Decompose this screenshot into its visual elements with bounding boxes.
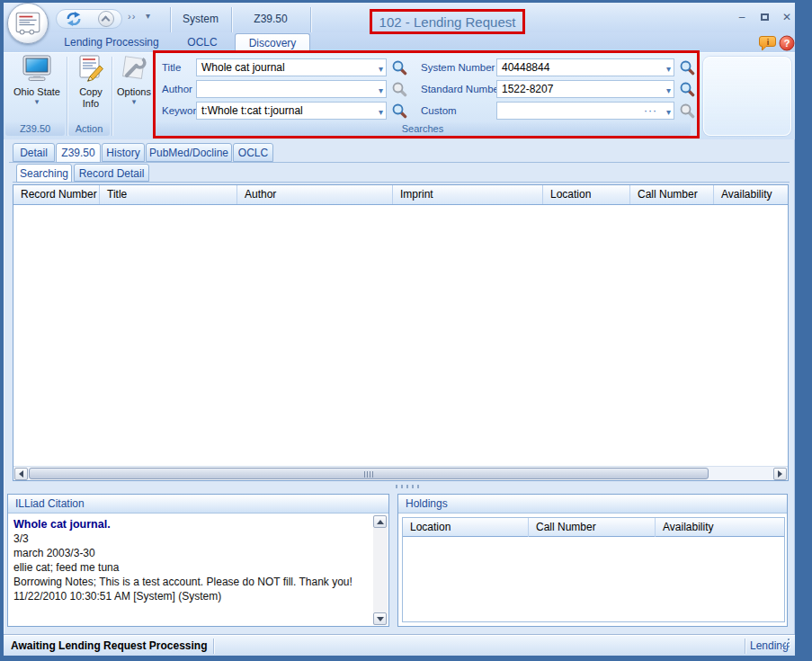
copy-info-button[interactable]: Copy Info xyxy=(70,55,112,110)
chevron-down-icon[interactable]: ▾ xyxy=(379,61,383,76)
application-menu-button[interactable] xyxy=(7,3,49,44)
scroll-down-button[interactable] xyxy=(373,612,387,625)
horizontal-scrollbar[interactable] xyxy=(13,466,788,480)
title-field-label: Title xyxy=(162,58,181,76)
toolbar-dropdown-caret-icon[interactable]: ▾ xyxy=(146,11,150,21)
holdings-panel: Holdings Location Call Number Availabili… xyxy=(397,494,788,627)
tab-pubmed-docline[interactable]: PubMed/Docline xyxy=(146,143,232,162)
chevron-down-icon[interactable]: ▾ xyxy=(666,83,671,98)
dropdown-caret-icon: ▾ xyxy=(9,98,65,106)
citation-line: Borrowing Notes; This is a test account.… xyxy=(13,575,366,589)
ellipsis-icon[interactable]: ··· xyxy=(644,103,657,119)
tab-detail[interactable]: Detail xyxy=(13,143,55,162)
holdings-grid: Location Call Number Availability xyxy=(402,517,785,622)
results-grid-header: Record Number Title Author Imprint Locat… xyxy=(13,185,788,205)
ribbon-tab-lending-processing[interactable]: Lending Processing xyxy=(53,33,170,52)
standard-number-search-button[interactable] xyxy=(678,80,696,98)
main-area: Detail Z39.50 History PubMed/Docline OCL… xyxy=(4,139,795,635)
toolbar-overflow-icon[interactable]: ›› xyxy=(128,11,136,22)
author-search-button-disabled xyxy=(390,80,408,98)
system-number-value: 40448844 xyxy=(502,61,549,74)
title-search-button[interactable] xyxy=(390,58,408,76)
tab-oclc[interactable]: OCLC xyxy=(233,143,273,162)
question-glyph: ? xyxy=(784,38,790,49)
info-glyph: i xyxy=(767,38,770,47)
minimize-button[interactable]: – xyxy=(734,11,750,25)
ribbon: Ohio State ▾ Copy Info xyxy=(4,52,795,139)
system-number-combobox[interactable]: 40448844 ▾ xyxy=(496,58,674,76)
column-header-author[interactable]: Author xyxy=(237,185,393,204)
sub-tab-searching[interactable]: Searching xyxy=(16,164,72,183)
scroll-up-button[interactable] xyxy=(373,515,387,528)
group-separator xyxy=(67,57,67,136)
holdings-grid-body[interactable] xyxy=(403,537,784,621)
maximize-button[interactable] xyxy=(756,11,772,25)
group-separator xyxy=(112,57,112,136)
column-header-title[interactable]: Title xyxy=(100,185,237,204)
holdings-panel-header: Holdings xyxy=(398,495,787,514)
column-header-location[interactable]: Location xyxy=(543,185,630,204)
ribbon-category-z3950[interactable]: Z39.50 xyxy=(232,8,309,30)
holdings-grid-header: Location Call Number Availability xyxy=(403,518,784,537)
search-icon xyxy=(391,103,407,119)
standard-number-label: Standard Number xyxy=(421,80,503,98)
tab-z3950[interactable]: Z39.50 xyxy=(56,143,101,163)
close-button[interactable]: ✕ xyxy=(779,11,795,25)
custom-search-button-disabled xyxy=(678,102,696,120)
resize-grip-icon[interactable] xyxy=(781,639,791,649)
ohio-state-button[interactable]: Ohio State ▾ xyxy=(9,55,65,106)
status-separator xyxy=(745,639,745,654)
column-header-record-number[interactable]: Record Number xyxy=(13,185,100,204)
ribbon-tab-oclc[interactable]: OCLC xyxy=(173,33,232,52)
chevron-down-icon[interactable]: ▾ xyxy=(666,104,671,120)
author-field-label: Author xyxy=(162,80,192,98)
citation-line: 3/3 xyxy=(13,531,366,546)
citation-title: Whole cat journal. xyxy=(13,517,366,531)
keyword-combobox[interactable]: t:Whole t:cat t:journal ▾ xyxy=(196,102,387,120)
chevron-down-icon[interactable]: ▾ xyxy=(379,83,383,98)
vertical-scrollbar[interactable] xyxy=(373,515,388,625)
holdings-column-availability[interactable]: Availability xyxy=(656,518,784,537)
ribbon-tab-strip: Lending Processing OCLC Discovery i ? xyxy=(4,32,795,52)
refresh-icon xyxy=(65,11,83,27)
scroll-right-button[interactable] xyxy=(773,468,787,480)
illiad-citation-panel: ILLiad Citation Whole cat journal. 3/3 m… xyxy=(7,494,389,627)
holdings-column-call-number[interactable]: Call Number xyxy=(529,518,656,537)
standard-number-combobox[interactable]: 1522-8207 ▾ xyxy=(496,80,674,98)
system-number-label: System Number xyxy=(421,58,495,76)
results-grid-body[interactable] xyxy=(13,205,788,466)
collapse-ribbon-button[interactable] xyxy=(98,11,114,27)
search-icon-disabled xyxy=(679,103,695,119)
copy-info-label: Copy Info xyxy=(70,86,112,110)
custom-combobox[interactable]: ··· ▾ xyxy=(496,102,674,120)
system-number-search-button[interactable] xyxy=(678,58,696,76)
ribbon-empty-panel xyxy=(703,57,791,136)
citation-line: 11/22/2010 10:30:51 AM [System] (System) xyxy=(13,589,366,603)
search-icon xyxy=(679,59,695,76)
scroll-left-button[interactable] xyxy=(14,468,28,480)
scrollbar-thumb[interactable] xyxy=(29,468,709,479)
dropdown-caret-icon: ▾ xyxy=(113,98,155,106)
refresh-button[interactable] xyxy=(65,11,83,27)
ribbon-tab-discovery[interactable]: Discovery xyxy=(235,33,310,53)
chevron-down-icon[interactable]: ▾ xyxy=(379,104,383,120)
author-combobox[interactable]: ▾ xyxy=(196,80,387,98)
citation-body[interactable]: Whole cat journal. 3/3 march 2003/3-30 e… xyxy=(8,514,388,626)
column-header-call-number[interactable]: Call Number xyxy=(630,185,714,204)
keyword-search-button[interactable] xyxy=(390,102,408,120)
status-separator xyxy=(213,639,214,654)
citation-line: ellie cat; feed me tuna xyxy=(13,560,366,575)
chevron-down-icon[interactable]: ▾ xyxy=(666,61,671,76)
sub-tab-record-detail[interactable]: Record Detail xyxy=(74,164,149,182)
keyword-value: t:Whole t:cat t:journal xyxy=(201,104,303,117)
feedback-bubble-icon: i xyxy=(759,35,777,52)
ribbon-category-system[interactable]: System xyxy=(171,8,230,30)
results-grid: Record Number Title Author Imprint Locat… xyxy=(13,184,789,481)
tab-history[interactable]: History xyxy=(102,143,145,162)
options-button[interactable]: Options ▾ xyxy=(113,55,155,106)
column-header-imprint[interactable]: Imprint xyxy=(393,185,543,204)
column-header-availability[interactable]: Availability xyxy=(714,185,788,204)
holdings-column-location[interactable]: Location xyxy=(403,518,529,537)
splitter-handle[interactable] xyxy=(396,485,423,488)
title-combobox[interactable]: Whole cat journal ▾ xyxy=(196,58,387,76)
